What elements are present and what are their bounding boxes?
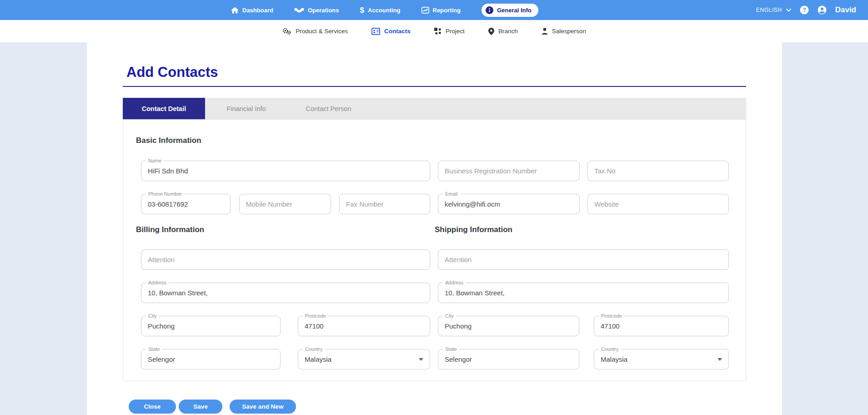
shipping-attention-field[interactable] bbox=[438, 249, 729, 270]
subnav-item-project[interactable]: Project bbox=[434, 28, 465, 35]
billing-city-label: City bbox=[146, 313, 159, 319]
shipping-postcode-field[interactable]: Postcode bbox=[594, 316, 729, 336]
nav-label: General Info bbox=[497, 7, 532, 14]
shipping-attention-input[interactable] bbox=[438, 250, 728, 269]
nav-item-dashboard[interactable]: Dashboard bbox=[231, 7, 273, 14]
chart-icon bbox=[421, 7, 429, 14]
subnav-item-product-services[interactable]: Product & Services bbox=[282, 27, 348, 35]
phone-input[interactable] bbox=[141, 194, 230, 214]
contact-card-icon bbox=[371, 28, 380, 35]
tab-financial-info[interactable]: Financial Info bbox=[205, 98, 287, 119]
email-field[interactable]: Email bbox=[438, 194, 580, 214]
shipping-country-select[interactable]: Country bbox=[594, 349, 729, 369]
phone-label: Phone Number bbox=[146, 191, 184, 197]
phone-field[interactable]: Phone Number bbox=[141, 194, 231, 214]
tax-no-field[interactable] bbox=[587, 161, 729, 181]
business-registration-field[interactable] bbox=[438, 161, 580, 181]
close-button[interactable]: Close bbox=[129, 400, 176, 414]
name-field[interactable]: Name bbox=[141, 161, 430, 181]
billing-address-field[interactable]: Address bbox=[141, 283, 430, 303]
contact-detail-panel: Basic Information Name Phone Number Emai… bbox=[123, 119, 746, 381]
billing-country-value[interactable] bbox=[298, 349, 430, 369]
nav-label: Accounting bbox=[368, 7, 401, 14]
top-nav-right: ENGLISH ? David bbox=[756, 0, 856, 20]
name-input[interactable] bbox=[141, 161, 430, 181]
name-label: Name bbox=[146, 157, 164, 164]
website-field[interactable] bbox=[587, 194, 729, 214]
shipping-country-label: Country bbox=[599, 346, 621, 352]
tax-no-input[interactable] bbox=[588, 161, 728, 181]
sitemap-icon bbox=[434, 28, 442, 35]
subnav-item-branch[interactable]: Branch bbox=[488, 28, 518, 35]
billing-postcode-input[interactable] bbox=[298, 316, 430, 336]
mobile-input[interactable] bbox=[240, 194, 331, 214]
shipping-information-heading: Shipping Information bbox=[435, 225, 512, 234]
shipping-state-label: State bbox=[443, 346, 459, 352]
page-title: Add Contacts bbox=[126, 64, 218, 81]
billing-state-label: State bbox=[146, 346, 162, 352]
billing-city-input[interactable] bbox=[141, 316, 280, 336]
nav-item-general-info[interactable]: General Info bbox=[482, 4, 538, 17]
billing-postcode-label: Postcode bbox=[303, 313, 328, 319]
billing-information-heading: Billing Information bbox=[136, 225, 204, 234]
subnav-item-salesperson[interactable]: Salesperson bbox=[542, 28, 586, 35]
subnav-item-contacts[interactable]: Contacts bbox=[371, 28, 411, 35]
shipping-city-field[interactable]: City bbox=[438, 316, 579, 336]
mobile-field[interactable] bbox=[239, 194, 331, 214]
billing-attention-field[interactable] bbox=[141, 249, 430, 270]
shipping-postcode-input[interactable] bbox=[594, 316, 728, 336]
nav-item-accounting[interactable]: $ Accounting bbox=[360, 6, 401, 14]
nav-label: Operations bbox=[308, 7, 339, 14]
tab-contact-detail[interactable]: Contact Detail bbox=[123, 98, 205, 119]
billing-address-label: Address bbox=[146, 279, 169, 286]
subnav-label: Product & Services bbox=[296, 28, 348, 35]
subnav-label: Salesperson bbox=[552, 28, 586, 35]
subnav-label: Project bbox=[446, 28, 465, 35]
subnav-label: Branch bbox=[498, 28, 518, 35]
top-nav-bar: Dashboard Operations $ Accounting Report… bbox=[0, 0, 868, 20]
billing-postcode-field[interactable]: Postcode bbox=[298, 316, 430, 336]
shipping-state-field[interactable]: State bbox=[438, 349, 579, 369]
subnav-label: Contacts bbox=[384, 28, 411, 35]
billing-state-field[interactable]: State bbox=[141, 349, 281, 369]
username[interactable]: David bbox=[835, 5, 856, 15]
basic-information-heading: Basic Information bbox=[136, 136, 201, 145]
shipping-state-input[interactable] bbox=[438, 349, 579, 369]
gears-icon bbox=[282, 27, 291, 35]
help-icon[interactable]: ? bbox=[800, 5, 809, 15]
shipping-city-label: City bbox=[443, 313, 456, 319]
shipping-address-input[interactable] bbox=[438, 283, 728, 303]
billing-address-input[interactable] bbox=[141, 283, 430, 303]
chevron-down-icon bbox=[786, 9, 791, 12]
shipping-postcode-label: Postcode bbox=[599, 313, 624, 319]
map-pin-icon bbox=[488, 28, 494, 35]
nav-label: Dashboard bbox=[242, 7, 273, 14]
fax-input[interactable] bbox=[340, 194, 430, 214]
top-nav-menu: Dashboard Operations $ Accounting Report… bbox=[231, 0, 538, 20]
tab-contact-person[interactable]: Contact Person bbox=[287, 98, 370, 119]
billing-attention-input[interactable] bbox=[141, 250, 430, 269]
website-input[interactable] bbox=[588, 194, 728, 214]
billing-city-field[interactable]: City bbox=[141, 316, 281, 336]
nav-label: Reporting bbox=[433, 7, 461, 14]
billing-state-input[interactable] bbox=[141, 349, 280, 369]
person-icon bbox=[542, 28, 548, 35]
shipping-address-field[interactable]: Address bbox=[438, 283, 729, 303]
billing-country-select[interactable]: Country bbox=[298, 349, 430, 369]
user-icon[interactable] bbox=[818, 5, 827, 15]
shipping-country-value[interactable] bbox=[594, 349, 728, 369]
info-icon bbox=[486, 6, 493, 14]
email-input[interactable] bbox=[438, 194, 579, 214]
fax-field[interactable] bbox=[339, 194, 430, 214]
tab-bar: Contact Detail Financial Info Contact Pe… bbox=[123, 98, 746, 119]
save-button[interactable]: Save bbox=[179, 400, 222, 414]
shipping-address-label: Address bbox=[443, 279, 466, 286]
svg-text:?: ? bbox=[803, 7, 806, 13]
save-and-new-button[interactable]: Save and New bbox=[230, 400, 296, 414]
nav-item-operations[interactable]: Operations bbox=[294, 7, 339, 14]
billing-country-label: Country bbox=[303, 346, 325, 352]
language-selector[interactable]: ENGLISH bbox=[756, 7, 791, 13]
business-registration-input[interactable] bbox=[438, 161, 579, 181]
shipping-city-input[interactable] bbox=[438, 316, 579, 336]
nav-item-reporting[interactable]: Reporting bbox=[421, 7, 461, 14]
